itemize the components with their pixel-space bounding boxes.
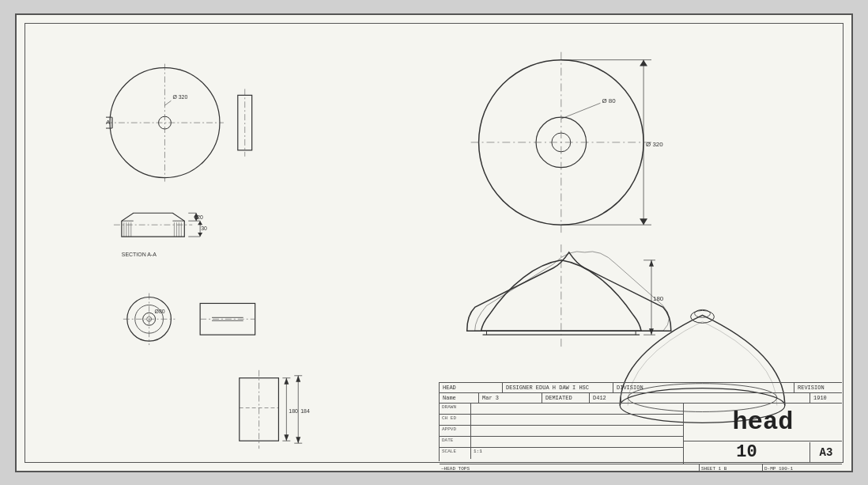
tb-drawn-label: DRAWN	[440, 404, 471, 414]
svg-text:30: 30	[201, 225, 207, 231]
drawing-area: A Ø 320	[26, 25, 842, 461]
title-block: HEAD DESIGNER EDUA H DAW I HSC DIVISION …	[439, 382, 842, 461]
drawing-page: A Ø 320	[15, 13, 853, 472]
svg-point-87	[691, 310, 715, 323]
tb-checked-val	[471, 415, 683, 425]
tb-sheet: SHEET 1 B	[700, 464, 763, 472]
tb-drawing-no: D-MP 100-1	[763, 464, 842, 472]
svg-marker-70	[640, 218, 647, 225]
tb-paper-size: A3	[810, 446, 842, 459]
svg-marker-31	[198, 233, 202, 237]
svg-text:Ø 320: Ø 320	[172, 94, 187, 100]
tb-date-label: DEMIATED	[542, 393, 590, 403]
tb-title-number-area: head 10 A3	[684, 404, 842, 464]
svg-text:20: 20	[197, 214, 203, 220]
svg-text:Ø80: Ø80	[155, 309, 165, 314]
svg-text:A: A	[106, 119, 111, 126]
tb-approved-val	[471, 426, 683, 436]
tb-print-info: ~HEAD TOPS	[440, 464, 700, 472]
svg-marker-83	[649, 328, 654, 335]
tb-title: head	[684, 404, 842, 441]
svg-marker-82	[649, 260, 654, 266]
tb-approved-label: APPVD	[440, 426, 471, 436]
svg-line-9	[164, 100, 171, 105]
svg-text:184: 184	[300, 408, 310, 414]
svg-line-72	[561, 103, 601, 119]
tb-spacer	[621, 393, 810, 403]
tb-scale-label2: SCALE	[440, 448, 471, 459]
svg-marker-58	[296, 375, 300, 381]
tb-date-val	[471, 437, 683, 447]
svg-marker-30	[198, 221, 202, 225]
svg-text:SECTION A-A: SECTION A-A	[122, 251, 157, 256]
tb-drawn-val	[471, 404, 683, 414]
tb-part-name: HEAD	[440, 383, 503, 392]
tb-scale-val: 1:1	[471, 448, 683, 459]
svg-text:Ø 320: Ø 320	[646, 140, 663, 147]
tb-number: 10	[684, 442, 810, 462]
tb-date-label2: DATE	[440, 437, 471, 447]
svg-text:180: 180	[289, 408, 298, 414]
tb-drawing: D412	[590, 393, 621, 403]
svg-text:Ø 80: Ø 80	[602, 97, 616, 104]
tb-designer: DESIGNER EDUA H DAW I HSC	[503, 383, 613, 392]
tb-number-row: 10 A3	[684, 441, 842, 464]
tb-revision: REVISION	[794, 383, 842, 392]
tb-name-val: Mar 3	[479, 393, 542, 403]
svg-marker-59	[296, 437, 300, 443]
tb-name-label: Name	[440, 393, 479, 403]
tb-personnel-area: DRAWN CH ED APPVD DATE	[440, 404, 684, 464]
svg-text:180: 180	[653, 295, 664, 302]
tb-checked-label: CH ED	[440, 415, 471, 425]
tb-division: DIVISION	[613, 383, 794, 392]
tb-1910: 1910	[810, 393, 842, 403]
svg-marker-69	[640, 59, 647, 66]
svg-marker-53	[284, 434, 289, 441]
svg-marker-52	[284, 377, 289, 384]
